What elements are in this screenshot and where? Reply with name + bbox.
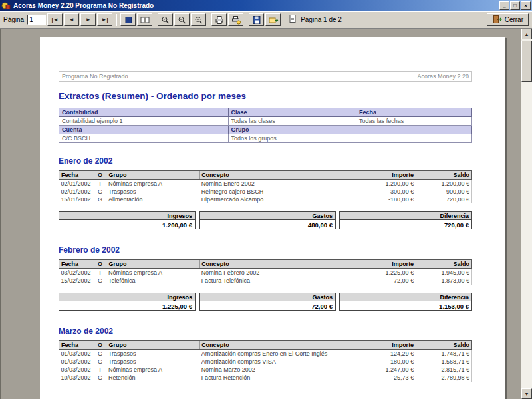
cell: 15/01/2002 xyxy=(59,196,94,203)
summary-box: Gastos480,00 € xyxy=(199,211,336,229)
month-section: Marzo de 2002FechaOGrupoConceptoImporteS… xyxy=(59,327,472,382)
zoom-out-button[interactable] xyxy=(174,13,190,26)
page-number-input[interactable] xyxy=(27,15,46,25)
cell: Nóminas empresa A xyxy=(106,366,200,374)
transaction-row: 03/02/2002INóminas empresa ANomina Febre… xyxy=(59,269,472,277)
zoom-percent-button[interactable] xyxy=(158,13,173,26)
summary-value: 720,00 € xyxy=(339,219,472,229)
transaction-row: 02/01/2002GTraspasosReintegro cajero BSC… xyxy=(59,188,472,196)
summary-value: 1.200,00 € xyxy=(59,219,196,229)
criteria-value: Contabilidad ejemplo 1 xyxy=(59,117,229,126)
transaction-row: 01/03/2002GTraspasosAmortización compras… xyxy=(59,358,472,366)
save-icon xyxy=(251,15,262,25)
column-header: Grupo xyxy=(106,171,200,180)
column-header: O xyxy=(94,341,106,350)
app-window: Acoras Money 2.20 Programa No Registrado… xyxy=(0,0,532,399)
last-page-button[interactable]: ►| xyxy=(97,13,112,26)
column-header: Grupo xyxy=(106,341,200,350)
cell: Factura Retención xyxy=(200,374,356,382)
criteria-header: Grupo xyxy=(228,126,356,134)
month-section: Enero de 2002FechaOGrupoConceptoImporteS… xyxy=(59,156,472,229)
column-header: Importe xyxy=(356,171,416,180)
transactions-table: FechaOGrupoConceptoImporteSaldo03/02/200… xyxy=(59,259,472,285)
cell: G xyxy=(94,196,106,203)
app-version: Acoras Money 2.20 xyxy=(417,73,469,80)
cell: 1.200,00 € xyxy=(416,180,472,188)
report-page: Programa No Registrado Acoras Money 2.20… xyxy=(40,37,505,399)
printer-button[interactable] xyxy=(211,13,227,26)
cell: 1.247,00 € xyxy=(356,366,416,374)
minimize-button[interactable]: _ xyxy=(499,1,509,10)
cell: Amortización compras Enero en El Corte I… xyxy=(200,350,356,358)
cell: 1.568,71 € xyxy=(416,358,472,366)
title-bar: Acoras Money 2.20 Programa No Registrado… xyxy=(0,0,532,11)
summary-box: Diferencia1.153,00 € xyxy=(339,293,472,311)
cell: Nóminas empresa A xyxy=(106,180,200,188)
close-preview-button[interactable]: Cerrar xyxy=(487,13,529,26)
report-page-header: Programa No Registrado Acoras Money 2.20 xyxy=(59,71,472,82)
column-header: Concepto xyxy=(200,171,356,180)
page-count-icon xyxy=(287,14,298,26)
cell: G xyxy=(94,358,106,366)
transactions-header-row: FechaOGrupoConceptoImporteSaldo xyxy=(59,260,472,269)
stop-button[interactable] xyxy=(120,13,136,26)
column-header: Concepto xyxy=(200,260,356,269)
transactions-header-row: FechaOGrupoConceptoImporteSaldo xyxy=(59,171,472,180)
summary-box: Gastos72,00 € xyxy=(199,293,336,311)
scroll-down-button[interactable]: ▼ xyxy=(521,388,532,399)
scrollbar-thumb[interactable] xyxy=(521,41,532,82)
transactions-table: FechaOGrupoConceptoImporteSaldo02/01/200… xyxy=(59,170,472,203)
month-section: Febrero de 2002FechaOGrupoConceptoImport… xyxy=(59,245,472,311)
cell: Traspasos xyxy=(106,188,200,196)
summary-box: Diferencia720,00 € xyxy=(339,211,472,229)
column-header: Importe xyxy=(356,341,416,350)
cell: Alimentación xyxy=(106,196,200,203)
scroll-up-button[interactable]: ▲ xyxy=(521,29,532,39)
previous-page-button[interactable]: ◄ xyxy=(64,13,79,26)
next-page-button[interactable]: ► xyxy=(80,13,96,26)
cell: 1.200,00 € xyxy=(356,180,416,188)
registration-status: Programa No Registrado xyxy=(62,73,128,80)
cell: 15/02/2002 xyxy=(59,277,94,285)
summary-value: 480,00 € xyxy=(199,219,336,229)
pages-layout-button[interactable] xyxy=(137,13,152,26)
export-button[interactable] xyxy=(265,13,281,26)
print-setup-button[interactable] xyxy=(228,13,243,26)
cell: 01/03/2002 xyxy=(59,358,94,366)
summary-box: Ingresos1.225,00 € xyxy=(59,293,196,311)
cell: Nomina Enero 2002 xyxy=(200,180,356,188)
transactions-header-row: FechaOGrupoConceptoImporteSaldo xyxy=(59,341,472,350)
cell: 02/01/2002 xyxy=(59,180,94,188)
cell: 900,00 € xyxy=(416,188,472,196)
save-button[interactable] xyxy=(249,13,264,26)
cell: 1.225,00 € xyxy=(356,269,416,277)
cell: Telefónica xyxy=(106,277,200,285)
cell: 2.789,98 € xyxy=(416,374,472,382)
summary-value: 72,00 € xyxy=(199,301,336,311)
cell: Traspasos xyxy=(106,358,200,366)
page-count-label: Página 1 de 2 xyxy=(301,16,342,23)
column-header: O xyxy=(94,260,106,269)
close-button[interactable]: × xyxy=(521,1,531,10)
criteria-header: Contabilidad xyxy=(59,108,229,117)
zoom-in-button[interactable] xyxy=(191,13,206,26)
zoom-percent-icon xyxy=(160,15,171,25)
month-title: Enero de 2002 xyxy=(59,156,472,166)
cell: 2.815,71 € xyxy=(416,366,472,374)
column-header: Saldo xyxy=(416,260,472,269)
cell: 03/03/2002 xyxy=(59,366,94,374)
first-page-button[interactable]: |◄ xyxy=(47,13,63,26)
cell: Amortización compras VISA xyxy=(200,358,356,366)
cell: Nomina Marzo 2002 xyxy=(200,366,356,374)
export-icon xyxy=(268,15,279,25)
column-header: Fecha xyxy=(59,171,94,180)
cell: -180,00 € xyxy=(356,358,416,366)
cell: 1.748,71 € xyxy=(416,350,472,358)
vertical-scrollbar[interactable]: ▲ ▼ xyxy=(521,29,532,399)
transaction-row: 03/03/2002INóminas empresa ANomina Marzo… xyxy=(59,366,472,374)
month-sections: Enero de 2002FechaOGrupoConceptoImporteS… xyxy=(59,156,472,382)
summary-value: 1.225,00 € xyxy=(59,301,196,311)
cell: G xyxy=(94,350,106,358)
exit-door-icon xyxy=(492,15,502,25)
maximize-button[interactable]: □ xyxy=(510,1,520,10)
